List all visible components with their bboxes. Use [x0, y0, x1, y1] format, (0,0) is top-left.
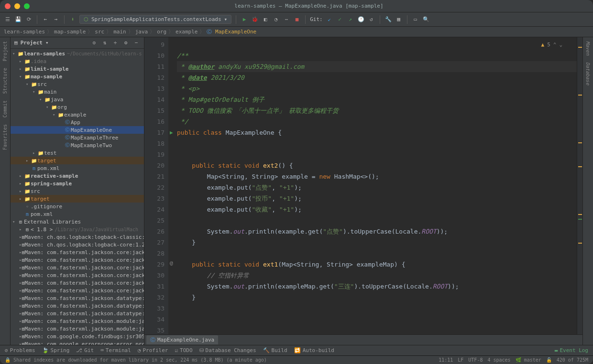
bottom-tool-todo[interactable]: ☑TODO [175, 347, 192, 353]
run-gutter-icon[interactable]: ▶ [170, 129, 173, 136]
breadcrumb-item[interactable]: main [113, 29, 126, 35]
bottom-tool-profiler[interactable]: ◔Profiler [138, 347, 168, 353]
tree-item[interactable]: ▸⊞Maven: com.google.errorprone:error_pro… [11, 340, 144, 345]
tree-item[interactable]: ▾📁learn-samples~/Documents/GitHub/learn-… [11, 50, 144, 57]
tool-tab-database[interactable]: Database [585, 62, 591, 85]
padlock-icon[interactable]: 🔓 [546, 357, 552, 363]
debug-icon[interactable]: 🐞 [251, 16, 259, 23]
tree-item[interactable]: ▸📁.idea [11, 57, 144, 65]
hide-icon[interactable]: − [132, 39, 140, 47]
tree-item[interactable]: ◦.gitignore [11, 203, 144, 210]
git-rollback-icon[interactable]: ↺ [368, 16, 375, 23]
tree-item[interactable]: ▸📁target [11, 157, 144, 164]
back-icon[interactable]: ← [42, 16, 49, 23]
tree-item[interactable]: ▸📁spring-sample [11, 180, 144, 187]
minimize-window[interactable] [14, 3, 20, 9]
tool-tab-favorites[interactable]: Favorites [2, 124, 8, 150]
build-icon[interactable]: ⬇ [69, 16, 77, 23]
run-icon[interactable]: ▶ [241, 16, 248, 23]
code-area[interactable]: ▲ 5 ⌃ ⌄ /** * @author andyXu xu9529@gmai… [168, 37, 577, 345]
tree-item[interactable]: ▸📁src [11, 187, 144, 195]
inspection-widget[interactable]: ▲ 5 ⌃ ⌄ [541, 39, 563, 50]
indent-info[interactable]: 4 spaces [487, 357, 510, 363]
tree-item[interactable]: ▸📁test [11, 149, 144, 157]
tool-tab-structure[interactable]: Structure [2, 68, 8, 94]
tree-item[interactable]: ▸⊞Maven: com.fasterxml.jackson.core:jack… [11, 271, 144, 279]
gutter-annotation-icon[interactable]: @ [170, 260, 173, 266]
tree-item[interactable]: ▸📁target [11, 195, 144, 203]
tree-item[interactable]: ▾📁org [11, 103, 144, 111]
tree-item[interactable]: mpom.xml [11, 210, 144, 218]
tool-tab-project[interactable]: Project [2, 41, 8, 61]
event-log[interactable]: ▬ Event Log [555, 347, 588, 353]
git-push-icon[interactable]: ↗ [347, 16, 354, 23]
tree-item[interactable]: ▸📁reactive-sample [11, 172, 144, 180]
breadcrumb-item[interactable]: learn-samples [4, 29, 45, 35]
tree-item[interactable]: ▸⊞Maven: com.fasterxml.jackson.core:jack… [11, 264, 144, 271]
bottom-tool-build[interactable]: 🔨Build [263, 347, 287, 353]
tree-item[interactable]: ▸⊞Maven: ch.qos.logback:logback-core:1.2 [11, 241, 144, 248]
encoding[interactable]: UTF-8 [468, 357, 483, 363]
git-history-icon[interactable]: 🕐 [357, 16, 365, 23]
tree-item[interactable]: ▸⊞Maven: com.fasterxml.jackson.datatype:… [11, 294, 144, 302]
forward-icon[interactable]: → [52, 16, 60, 23]
breadcrumb-item[interactable]: example [176, 29, 198, 35]
breadcrumb-item[interactable]: src [95, 29, 104, 35]
open-icon[interactable]: ☰ [4, 16, 11, 23]
maximize-window[interactable] [24, 3, 30, 9]
gear-icon[interactable]: ⚙ [122, 39, 130, 47]
collapse-icon[interactable]: ÷ [111, 39, 119, 47]
bottom-tool-auto-build[interactable]: 🔁Auto-build [294, 347, 334, 353]
breadcrumb-item[interactable]: java [135, 29, 148, 35]
lock-icon[interactable]: 🔒 [5, 357, 11, 363]
stop-icon[interactable]: ■ [293, 16, 301, 23]
editor-gutter[interactable]: 9101112131415161718192021222324252627282… [144, 37, 168, 345]
tree-item[interactable]: ⒸMapExampleTwo [11, 141, 144, 149]
tree-item[interactable]: ▸⊞Maven: com.fasterxml.jackson.core:jack… [11, 256, 144, 264]
project-tree[interactable]: ▾📁learn-samples~/Documents/GitHub/learn-… [11, 49, 144, 345]
tree-item[interactable]: ▾📁example [11, 111, 144, 118]
chevron-up-icon[interactable]: ⌃ [553, 39, 557, 50]
tree-item[interactable]: ⒸMapExampleOne [11, 126, 144, 134]
tree-item[interactable]: ▸⊞Maven: com.fasterxml.jackson.core:jack… [11, 287, 144, 294]
cursor-position[interactable]: 11:11 [439, 357, 453, 363]
line-separator[interactable]: LF [458, 357, 463, 363]
close-window[interactable] [5, 3, 11, 9]
select-opened-icon[interactable]: ⊙ [90, 39, 98, 47]
tree-item[interactable]: ▸⊞Maven: com.fasterxml.jackson.module:ja… [11, 317, 144, 325]
tree-item[interactable]: ▾📁java [11, 96, 144, 103]
tree-item[interactable]: ▾📁main [11, 88, 144, 96]
tree-item[interactable]: ▸⊞Maven: com.fasterxml.jackson.datatype:… [11, 310, 144, 317]
bottom-tool-problems[interactable]: ⊘Problems [5, 347, 35, 353]
ide-icon[interactable]: ▦ [395, 16, 403, 23]
bottom-tool-database-changes[interactable]: ⛁Database Changes [199, 347, 256, 353]
tree-item[interactable]: ⒸMapExampleThree [11, 134, 144, 141]
tree-item[interactable]: ▾📁map-sample [11, 73, 144, 80]
tree-item[interactable]: mpom.xml [11, 164, 144, 172]
attach-icon[interactable]: ⋯ [283, 16, 290, 23]
search-icon[interactable]: 🔧 [384, 16, 392, 23]
bottom-tool-spring[interactable]: 🍃Spring [42, 347, 70, 353]
tool-tab-commit[interactable]: Commit [2, 100, 8, 118]
bottom-tool-git[interactable]: ⎇Git [76, 347, 94, 353]
save-icon[interactable]: 💾 [14, 16, 22, 23]
tool-tab-maven[interactable]: Maven [585, 41, 591, 55]
coverage-icon[interactable]: ◧ [262, 16, 269, 23]
sync-icon[interactable]: ⟳ [25, 16, 33, 23]
search-everywhere-icon[interactable]: ▭ [412, 16, 419, 23]
breadcrumb-item[interactable]: Ⓒ MapExampleOne [207, 28, 256, 35]
tree-item[interactable]: ▸⊞Maven: com.fasterxml.jackson.core:jack… [11, 248, 144, 256]
editor-tab[interactable]: Ⓒ MapExampleOne.java [146, 335, 218, 344]
git-commit-icon[interactable]: ✓ [336, 16, 344, 23]
git-update-icon[interactable]: ↙ [326, 16, 333, 23]
tree-item[interactable]: ▸⊞Maven: com.fasterxml.jackson.datatype:… [11, 302, 144, 310]
git-branch[interactable]: 🌿 master [516, 357, 541, 363]
memory-indicator[interactable]: 420 of 725M [557, 357, 588, 363]
tree-item[interactable]: ▾⊞External Libraries [11, 218, 144, 225]
run-config-select[interactable]: ⬡ SpringSampleApplicationTests.contextLo… [79, 15, 231, 24]
tree-item[interactable]: ▸⊞Maven: ch.qos.logback:logback-classic: [11, 233, 144, 241]
bottom-tool-terminal[interactable]: ⌨Terminal [100, 347, 131, 353]
find-icon[interactable]: 🔍 [422, 16, 430, 23]
tree-item[interactable]: ▸⊞Maven: com.google.code.findbugs:jsr305 [11, 332, 144, 340]
tree-item[interactable]: ▾📁src [11, 80, 144, 88]
